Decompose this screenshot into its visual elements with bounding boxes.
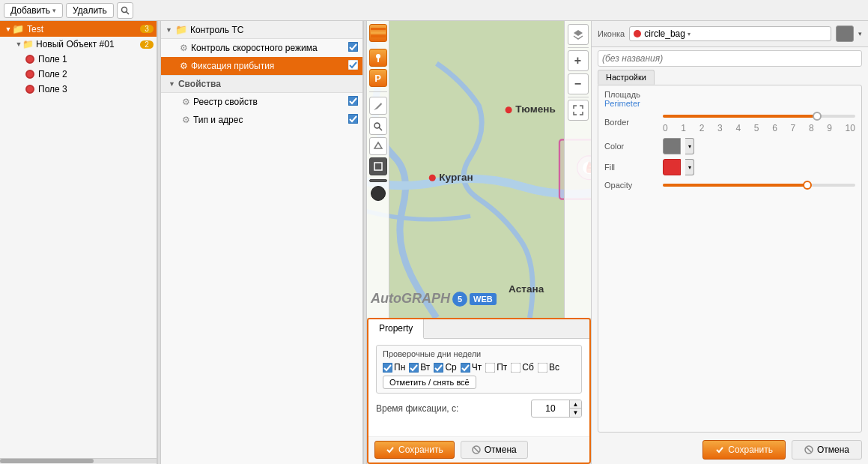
border-slider-wrap: 012345678910 [663,111,855,133]
days-group-title: Проверочные дни недели [383,349,575,358]
search-button[interactable] [117,2,133,19]
property-panel: Property Проверочные дни недели Пн [367,318,591,464]
left-panel: ▼ 📁 Test 3 ▼ 📁 Новый Объект #01 2 [0,21,157,464]
svg-line-1 [126,11,129,14]
svg-rect-16 [371,35,386,37]
map-divider [369,91,387,92]
svg-rect-17 [371,31,386,34]
fill-box-arrow[interactable]: ▾ [685,159,694,175]
expand-props[interactable]: ▼ [169,80,175,88]
map-pin-btn[interactable] [369,49,387,67]
check-registry[interactable] [348,96,358,108]
map-polygon-btn[interactable] [369,137,387,155]
add-button[interactable]: Добавить ▾ [4,3,63,18]
property-tab-property[interactable]: Property [368,319,424,339]
tree-item-object01[interactable]: ▼ 📁 Новый Объект #01 2 [0,37,157,52]
map-circle-btn[interactable] [371,186,386,201]
map-zoom-out[interactable]: − [568,73,589,94]
gear-speed: ⚙ [180,43,188,53]
svg-rect-27 [461,363,470,373]
test-label: Test [27,24,140,34]
svg-rect-24 [383,363,392,373]
time-spin-down[interactable]: ▼ [569,409,581,417]
opacity-thumb[interactable] [803,181,812,190]
mid-tree-group-props[interactable]: ▼ Свойства [161,75,362,93]
day-fri[interactable]: Пт [485,362,507,373]
icon-preview [633,29,642,38]
tree-item-test[interactable]: ▼ 📁 Test 3 [0,21,157,37]
color-box-gray[interactable] [663,138,681,154]
property-content: Проверочные дни недели Пн Вт [368,339,589,436]
color-box-arrow[interactable]: ▾ [685,138,694,154]
mid-tree-item-type-addr[interactable]: ⚙ Тип и адрес [161,111,362,129]
settings-tab-area: Настройки [592,70,868,85]
svg-point-20 [374,123,380,128]
map-layers-toggle[interactable] [568,24,589,45]
tree-item-field2[interactable]: Поле 2 [0,67,157,82]
save-icon [386,445,395,454]
day-wed[interactable]: Ср [434,362,456,373]
fill-picker-wrap: ▾ [663,159,694,175]
check-type-addr[interactable] [348,114,358,126]
icon-color-swatch[interactable] [836,25,854,42]
property-save-btn[interactable]: Сохранить [374,441,455,459]
right-save-btn[interactable]: Сохранить [702,440,786,460]
mid-tree-item-registry[interactable]: ⚙ Реестр свойств [161,93,362,111]
fill-color-box[interactable] [663,159,681,175]
day-sun-checkbox [538,363,547,373]
icon-swatch-arrow[interactable]: ▾ [858,30,862,37]
map-zoom-in[interactable]: + [568,50,589,71]
property-cancel-btn[interactable]: Отмена [461,441,528,459]
left-panel-scrollbar[interactable] [0,458,157,464]
svg-point-0 [121,7,127,12]
name-input[interactable] [598,50,862,67]
day-mon[interactable]: Пн [383,362,405,373]
mid-tree-parent[interactable]: ▼ 📁 Контроль ТС [161,21,362,39]
day-tue[interactable]: Вт [409,362,430,373]
opacity-label: Opacity [604,181,657,190]
map-p-btn[interactable]: P [369,69,387,87]
map-pen-btn[interactable] [369,97,387,115]
check-speed[interactable] [348,42,358,54]
map-line-btn[interactable] [369,179,387,182]
svg-line-32 [474,448,479,452]
tree-item-field3[interactable]: Поле 3 [0,82,157,97]
svg-point-19 [376,54,380,58]
map-area: Тюмень Курган Астана 🎒 [367,21,591,318]
check-arrival[interactable] [348,60,358,72]
tree-item-field1[interactable]: Поле 1 [0,52,157,67]
expand-object01[interactable]: ▼ [15,40,22,48]
gear-arrival: ⚙ [180,61,188,71]
name-field-wrap [592,47,868,70]
time-input[interactable] [532,401,569,416]
field3-icon [25,85,34,94]
folder-icon-object01: 📁 [22,39,34,49]
svg-rect-25 [409,363,419,373]
select-all-days-btn[interactable]: Отметить / снять всё [383,376,476,389]
settings-content: Площадь Perimeter Border 012345678910 [598,85,862,433]
map-search-btn[interactable] [369,117,387,135]
settings-tab-btn[interactable]: Настройки [598,70,655,85]
delete-button[interactable]: Удалить [66,3,114,18]
day-sat[interactable]: Сб [511,362,534,373]
mid-tree-item-speed[interactable]: ⚙ Контроль скоростного режима [161,39,362,57]
border-slider[interactable] [663,111,855,121]
expand-mid-parent[interactable]: ▼ [166,26,172,34]
icon-selector[interactable]: circle_bag ▾ [629,26,831,41]
border-thumb[interactable] [813,112,822,121]
day-sun[interactable]: Вс [538,362,559,373]
day-mon-checkbox [383,363,392,373]
map-fullscreen[interactable] [568,100,589,121]
time-spin-up[interactable]: ▲ [569,400,581,409]
svg-rect-4 [348,96,358,106]
right-cancel-btn[interactable]: Отмена [792,440,862,460]
expand-test[interactable]: ▼ [4,25,12,33]
mid-tree-item-arrival[interactable]: ⚙ Фиксация прибытия [161,57,362,75]
add-dropdown-arrow[interactable]: ▾ [52,7,56,14]
opacity-slider[interactable] [663,180,855,190]
svg-rect-3 [348,60,358,70]
time-spinners: ▲ ▼ [569,400,581,417]
map-rect-btn[interactable] [369,157,387,175]
day-thu[interactable]: Чт [461,362,482,373]
map-layers-btn[interactable] [369,24,387,42]
